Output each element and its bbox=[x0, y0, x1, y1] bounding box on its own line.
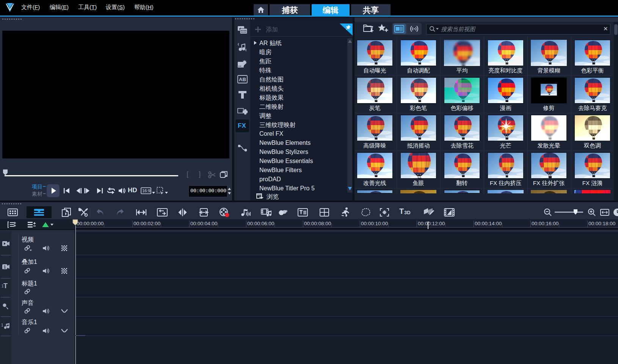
svg-text:1: 1 bbox=[4, 265, 6, 269]
svg-text:AB: AB bbox=[239, 77, 246, 82]
